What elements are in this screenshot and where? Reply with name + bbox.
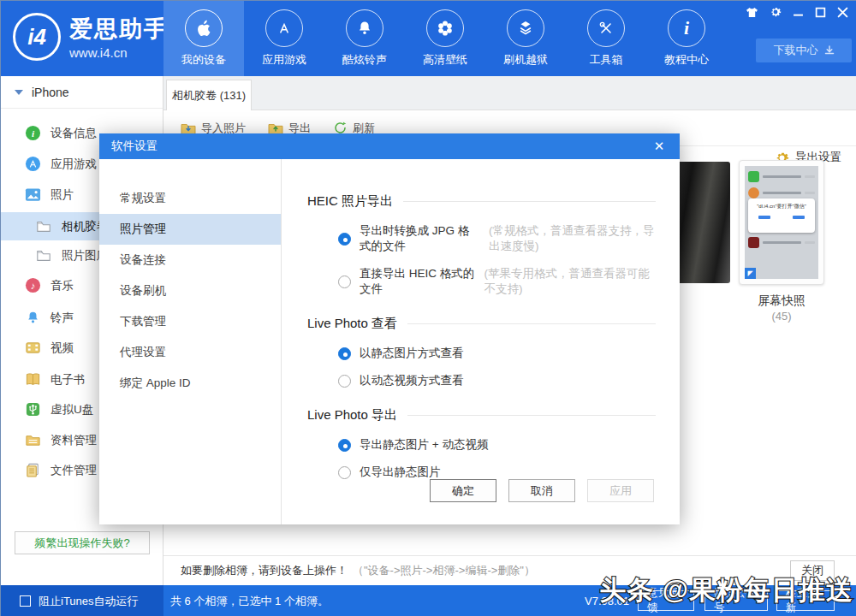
notice-hint: （"设备->照片->相簿->编辑->删除"） [353, 563, 535, 578]
section-livephoto-view: Live Photo 查看 [307, 316, 656, 332]
notice-text: 如要删除相簿，请到设备上操作！ [181, 563, 348, 578]
skin-icon[interactable] [746, 7, 758, 18]
nav-label: 刷机越狱 [503, 52, 548, 68]
screenshot-popup: "dl.i4.cn"要打开"微信" [748, 198, 815, 233]
video-icon [24, 340, 41, 357]
nav-wallpapers[interactable]: 高清壁纸 [405, 1, 485, 76]
header-bar: i4 爱思助手 www.i4.cn 我的设备 应用游戏 [1, 1, 856, 76]
photos-icon [24, 187, 41, 204]
option-label: 导出静态图片 + 动态视频 [360, 437, 488, 453]
tab-camera-roll[interactable]: 相机胶卷 (131) [166, 80, 252, 110]
book-icon [24, 371, 41, 388]
menu-device-flash[interactable]: 设备刷机 [99, 275, 281, 306]
nav-ringtones[interactable]: 酷炫铃声 [324, 1, 405, 76]
app-window: i4 爱思助手 www.i4.cn 我的设备 应用游戏 [0, 0, 856, 616]
notice-close-button[interactable]: 关闭 [790, 560, 835, 581]
app-title: 爱思助手 [69, 14, 169, 44]
radio-view-video[interactable]: 以动态视频方式查看 [338, 373, 656, 388]
dialog-title-bar[interactable]: 软件设置 ✕ [99, 133, 680, 159]
sidebar-item-label: 资料管理 [51, 433, 97, 448]
sidebar-item-label: 铃声 [51, 311, 74, 326]
dialog-close-icon[interactable]: ✕ [647, 133, 671, 159]
menu-photo-management[interactable]: 照片管理 [99, 214, 281, 245]
settings-content: HEIC 照片导出 导出时转换成 JPG 格式的文件 (常规格式，普通查看器支持… [282, 159, 680, 524]
sidebar-item-label: 音乐 [51, 278, 74, 293]
sidebar-item-label: 照片 [51, 187, 74, 203]
nav-label: 酷炫铃声 [342, 52, 387, 68]
operation-failed-help-link[interactable]: 频繁出现操作失败? [15, 531, 150, 554]
tab-strip: 相机胶卷 (131) [163, 76, 856, 110]
option-label: 仅导出静态图片 [360, 465, 441, 480]
menu-proxy-settings[interactable]: 代理设置 [99, 337, 281, 368]
sidebar-item-label: 文件管理 [51, 463, 97, 478]
cancel-button[interactable]: 取消 [508, 479, 575, 502]
minimize-icon[interactable] [793, 7, 804, 18]
nav-label: 高清壁纸 [423, 52, 467, 68]
usb-icon [24, 401, 41, 418]
radio-icon [338, 375, 351, 388]
nav-tutorials[interactable]: i 教程中心 [646, 1, 727, 76]
radio-selected-icon [338, 439, 351, 452]
version-label: V7.98.01 [585, 585, 629, 616]
nav-my-device[interactable]: 我的设备 [163, 1, 244, 76]
nav-label: 工具箱 [590, 52, 623, 68]
window-controls [746, 6, 848, 18]
dialog-buttons: 确定 取消 应用 [430, 479, 654, 502]
sidebar-item-label: 虚拟U盘 [51, 402, 93, 418]
radio-export-static-only[interactable]: 仅导出静态图片 [338, 465, 656, 480]
option-hint: (苹果专用格式，普通查看器可能不支持) [484, 266, 656, 297]
itunes-block-checkbox[interactable] [20, 595, 31, 607]
jailbreak-box-icon [507, 9, 544, 47]
nav-flash-jailbreak[interactable]: 刷机越狱 [485, 1, 566, 76]
music-icon: ♪ [24, 277, 41, 294]
device-selector[interactable]: iPhone [1, 76, 163, 109]
dialog-title: 软件设置 [111, 139, 158, 154]
nav-label: 教程中心 [664, 52, 709, 68]
settings-gear-icon[interactable] [770, 6, 782, 18]
radio-icon [338, 275, 351, 288]
chevron-down-icon [15, 90, 23, 95]
sidebar-item-label: 电子书 [51, 372, 86, 388]
menu-general-settings[interactable]: 常规设置 [99, 183, 281, 214]
info-icon: i [668, 9, 705, 47]
ok-button[interactable]: 确定 [430, 479, 496, 502]
appstore-icon [24, 156, 41, 173]
check-update-button[interactable]: 检查更新 [776, 590, 835, 611]
album-caption: 屏幕快照 [720, 293, 843, 309]
notice-bar: 如要删除相簿，请到设备上操作！ （"设备->照片->相簿->编辑->删除"） 关… [163, 555, 856, 585]
menu-download-management[interactable]: 下载管理 [99, 306, 281, 337]
menu-bind-apple-id[interactable]: 绑定 Apple ID [99, 368, 281, 399]
menu-device-connection[interactable]: 设备连接 [99, 245, 281, 275]
wechat-official-button[interactable]: 微信公众号 [704, 590, 768, 611]
app-logo: i4 爱思助手 www.i4.cn [13, 13, 169, 61]
appstore-icon [265, 9, 303, 47]
option-label: 以静态图片方式查看 [360, 346, 464, 361]
radio-icon [338, 466, 351, 479]
sidebar-item-label: 设备信息 [51, 126, 97, 141]
radio-view-static[interactable]: 以静态图片方式查看 [338, 346, 656, 361]
device-name: iPhone [32, 86, 69, 99]
settings-menu: 常规设置 照片管理 设备连接 设备刷机 下载管理 代理设置 绑定 Apple I… [99, 159, 282, 524]
nav-apps-games[interactable]: 应用游戏 [244, 1, 324, 76]
radio-jpg-export[interactable]: 导出时转换成 JPG 格式的文件 (常规格式，普通查看器支持，导出速度慢) [338, 223, 656, 254]
section-heic-export: HEIC 照片导出 [307, 193, 656, 210]
nav-toolbox[interactable]: 工具箱 [566, 1, 646, 76]
itunes-block-label: 阻止iTunes自动运行 [39, 594, 139, 609]
album-summary: 共 6 个相簿，已选中 1 个相簿。 [170, 585, 329, 616]
maximize-icon[interactable] [815, 7, 826, 18]
album-thumbnail-screenshots[interactable]: "dl.i4.cn"要打开"微信" ◤ [739, 160, 824, 285]
radio-selected-icon [338, 233, 351, 246]
status-bar: 阻止iTunes自动运行 共 6 个相簿，已选中 1 个相簿。 V7.98.01… [1, 585, 856, 616]
radio-heic-export[interactable]: 直接导出 HEIC 格式的文件 (苹果专用格式，普通查看器可能不支持) [338, 266, 656, 297]
option-label: 直接导出 HEIC 格式的文件 [360, 266, 476, 297]
radio-export-static-video[interactable]: 导出静态图片 + 动态视频 [338, 437, 656, 453]
device-info-icon: i [24, 125, 41, 142]
i4-logo-icon: i4 [13, 13, 61, 61]
sidebar-item-label: 应用游戏 [51, 157, 97, 172]
close-icon[interactable] [837, 7, 848, 18]
download-center-button[interactable]: 下载中心 [756, 38, 852, 62]
folder-icon [35, 218, 52, 235]
apply-button[interactable]: 应用 [587, 479, 654, 502]
bell-icon [24, 310, 41, 327]
feedback-button[interactable]: 意见反馈 [638, 590, 694, 611]
